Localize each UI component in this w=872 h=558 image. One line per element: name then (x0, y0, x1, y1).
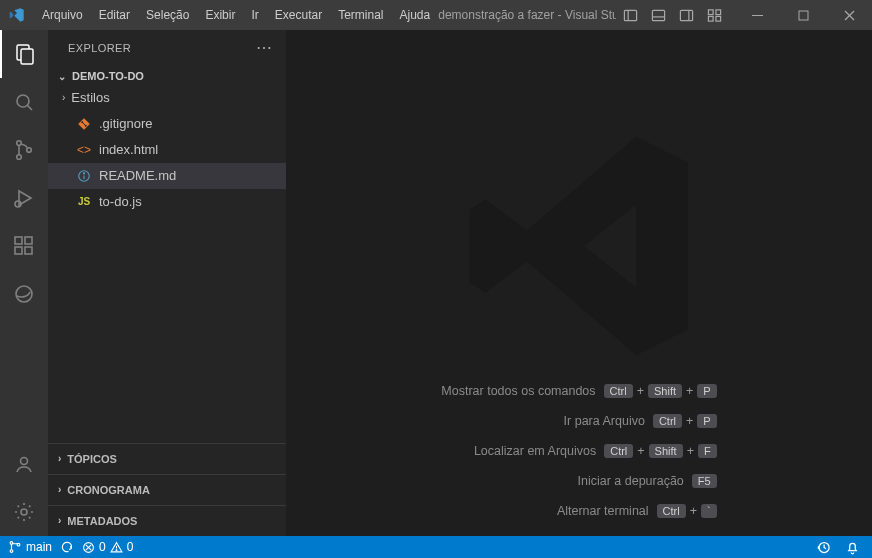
svg-rect-9 (715, 16, 720, 21)
customize-layout-icon[interactable] (700, 8, 728, 23)
svg-point-29 (21, 509, 27, 515)
toggle-panel-right-icon[interactable] (672, 8, 700, 23)
command-hint-label: Ir para Arquivo (564, 414, 645, 428)
activity-edge-icon[interactable] (0, 270, 48, 318)
file-row[interactable]: README.md (48, 163, 286, 189)
command-hint-row: Iniciar a depuração F5 (441, 474, 716, 488)
file-row[interactable]: <> index.html (48, 137, 286, 163)
activity-extensions-icon[interactable] (0, 222, 48, 270)
menu-selecao[interactable]: Seleção (138, 0, 197, 30)
file-row[interactable]: .gitignore (48, 111, 286, 137)
menu-ajuda[interactable]: Ajuda (392, 0, 439, 30)
vscode-logo-icon (0, 7, 34, 23)
svg-line-17 (28, 106, 33, 111)
svg-point-28 (21, 458, 28, 465)
section-label: CRONOGRAMA (67, 479, 150, 501)
html-icon: <> (76, 140, 92, 160)
command-hint-keys: Ctrl+Shift+F (604, 444, 716, 458)
svg-rect-25 (25, 247, 32, 254)
file-name: README.md (99, 166, 176, 186)
folder-row[interactable]: › Estilos (48, 85, 286, 111)
menu-terminal[interactable]: Terminal (330, 0, 391, 30)
keycap: Ctrl (653, 414, 682, 428)
svg-rect-2 (652, 10, 664, 20)
status-branch[interactable]: main (8, 540, 52, 554)
keycap: P (697, 384, 716, 398)
chevron-right-icon: › (58, 448, 61, 470)
svg-rect-0 (624, 10, 636, 20)
command-hint-label: Mostrar todos os comandos (441, 384, 595, 398)
status-history-icon[interactable] (816, 539, 831, 554)
svg-rect-8 (708, 16, 713, 21)
menu-exibir[interactable]: Exibir (197, 0, 243, 30)
maximize-button[interactable] (780, 10, 826, 21)
explorer-more-icon[interactable] (256, 38, 272, 57)
section-metadados[interactable]: › METADADOS (48, 505, 286, 536)
command-hints: Mostrar todos os comandos Ctrl+Shift+P I… (441, 384, 716, 518)
file-tree: ⌄ DEMO-TO-DO › Estilos .gitignore <> ind… (48, 65, 286, 443)
section-topicos[interactable]: › TÓPICOS (48, 443, 286, 474)
workspace-root-label: DEMO-TO-DO (72, 70, 144, 82)
editor-area: Mostrar todos os comandos Ctrl+Shift+P I… (286, 30, 872, 536)
svg-point-35 (83, 173, 84, 174)
warning-count: 0 (127, 540, 134, 554)
activity-search-icon[interactable] (0, 78, 48, 126)
svg-point-20 (27, 148, 32, 153)
section-label: TÓPICOS (67, 448, 117, 470)
menu-editar[interactable]: Editar (91, 0, 138, 30)
svg-point-19 (17, 155, 22, 160)
close-button[interactable] (826, 10, 872, 21)
plus-icon: + (684, 414, 695, 428)
activity-source-control-icon[interactable] (0, 126, 48, 174)
toggle-panel-left-icon[interactable] (616, 8, 644, 23)
chevron-right-icon: › (58, 479, 61, 501)
svg-point-37 (10, 550, 13, 553)
command-hint-label: Iniciar a depuração (578, 474, 684, 488)
minimize-button[interactable] (734, 10, 780, 21)
command-hint-row: Alternar terminal Ctrl+` (441, 504, 716, 518)
command-hint-label: Localizar em Arquivos (474, 444, 596, 458)
workspace-root[interactable]: ⌄ DEMO-TO-DO (48, 67, 286, 85)
svg-rect-7 (715, 9, 720, 14)
menu-executar[interactable]: Executar (267, 0, 330, 30)
plus-icon: + (684, 384, 695, 398)
activity-account-icon[interactable] (0, 440, 48, 488)
activity-explorer-icon[interactable] (0, 30, 48, 78)
explorer-header: EXPLORER (48, 30, 286, 65)
command-hint-keys: Ctrl+P (653, 414, 717, 428)
svg-rect-10 (752, 15, 763, 16)
svg-point-43 (116, 549, 117, 550)
keycap: Ctrl (657, 504, 686, 518)
keycap: F (698, 444, 717, 458)
toggle-panel-bottom-icon[interactable] (644, 8, 672, 23)
svg-rect-26 (25, 237, 32, 244)
chevron-right-icon: › (62, 88, 65, 108)
status-bell-icon[interactable] (845, 539, 860, 554)
status-problems[interactable]: 0 0 (82, 540, 133, 554)
svg-point-18 (17, 141, 22, 146)
keycap: P (697, 414, 716, 428)
info-icon (76, 169, 92, 183)
command-hint-keys: Ctrl+Shift+P (604, 384, 717, 398)
folder-name: Estilos (71, 88, 109, 108)
plus-icon: + (635, 444, 646, 458)
section-label: METADADOS (67, 510, 137, 532)
git-icon (76, 117, 92, 131)
svg-rect-15 (21, 49, 33, 64)
menu-arquivo[interactable]: Arquivo (34, 0, 91, 30)
section-cronograma[interactable]: › CRONOGRAMA (48, 474, 286, 505)
activity-settings-icon[interactable] (0, 488, 48, 536)
menu-ir[interactable]: Ir (243, 0, 266, 30)
plus-icon: + (635, 384, 646, 398)
keycap: Shift (649, 444, 683, 458)
branch-name: main (26, 540, 52, 554)
svg-rect-6 (708, 9, 713, 14)
window-title: demonstração a fazer - Visual Studio Cod… (438, 8, 616, 22)
command-hint-row: Ir para Arquivo Ctrl+P (441, 414, 716, 428)
file-row[interactable]: JS to-do.js (48, 189, 286, 215)
activity-run-debug-icon[interactable] (0, 174, 48, 222)
file-name: index.html (99, 140, 158, 160)
svg-rect-11 (799, 11, 808, 20)
keycap: ` (701, 504, 717, 518)
status-sync[interactable] (60, 540, 74, 554)
